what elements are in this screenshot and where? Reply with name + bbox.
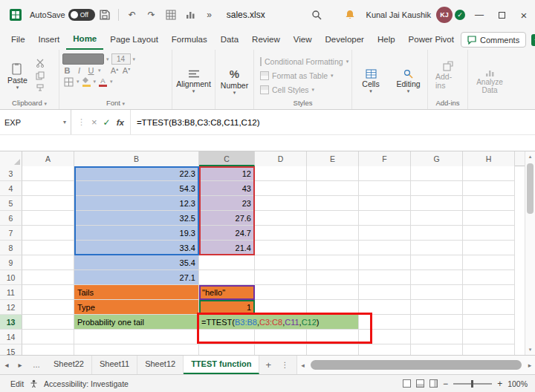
cell-b11[interactable]: Tails: [74, 285, 199, 300]
column-header-f[interactable]: F: [359, 151, 411, 166]
redo-icon[interactable]: ↷: [144, 7, 159, 22]
cell-e14[interactable]: [307, 330, 359, 344]
cell-f8[interactable]: [359, 241, 411, 255]
cell-h8[interactable]: [463, 241, 515, 255]
drag-handle-icon[interactable]: ⋮: [77, 117, 85, 127]
cell-h7[interactable]: [463, 226, 515, 241]
cell-e6[interactable]: [307, 211, 359, 226]
row-header-4[interactable]: 4: [0, 181, 22, 196]
hscroll-left-icon[interactable]: ◂: [297, 356, 308, 374]
chevron-down-icon[interactable]: ▾: [106, 56, 109, 62]
cell-a3[interactable]: [22, 166, 74, 181]
cell-g9[interactable]: [411, 255, 463, 270]
cell-h6[interactable]: [463, 211, 515, 226]
cell-f12[interactable]: [359, 300, 411, 315]
cell-c5[interactable]: 23: [199, 196, 255, 211]
styles-group-label[interactable]: Styles: [257, 98, 348, 109]
save-icon[interactable]: [97, 7, 112, 22]
grid-quick-icon[interactable]: [163, 7, 178, 22]
tab-help[interactable]: Help: [371, 30, 402, 49]
chevron-down-icon[interactable]: ▾: [133, 56, 136, 62]
cell-a7[interactable]: [22, 226, 74, 241]
zoom-in-icon[interactable]: +: [497, 379, 502, 389]
cell-a12[interactable]: [22, 300, 74, 315]
cells-button[interactable]: Cells ▾: [355, 69, 386, 93]
chevron-down-icon[interactable]: ▾: [77, 79, 80, 85]
cell-b13[interactable]: Probability one tail: [74, 315, 199, 330]
sheet-nav-right-icon[interactable]: ▸: [13, 356, 27, 374]
cell-g12[interactable]: [411, 300, 463, 315]
cell-a6[interactable]: [22, 211, 74, 226]
hscroll-right-icon[interactable]: ▸: [525, 356, 535, 374]
cell-g8[interactable]: [411, 241, 463, 255]
cell-d14[interactable]: [255, 330, 307, 344]
chevron-down-icon[interactable]: ▾: [63, 119, 66, 125]
tab-developer[interactable]: Developer: [319, 30, 371, 49]
cell-a13[interactable]: [22, 315, 74, 330]
row-header-7[interactable]: 7: [0, 226, 22, 241]
cell-mode-indicator[interactable]: Edit: [10, 379, 24, 388]
clipboard-group-label[interactable]: Clipboard ▾: [3, 98, 56, 109]
cell-h12[interactable]: [463, 300, 515, 315]
column-header-g[interactable]: G: [411, 151, 463, 166]
chart-quick-icon[interactable]: [183, 7, 198, 22]
cell-c8[interactable]: 21.4: [199, 241, 255, 255]
cell-g6[interactable]: [411, 211, 463, 226]
cell-g13[interactable]: [411, 315, 463, 330]
chevron-down-icon[interactable]: ▾: [94, 79, 97, 85]
cell-f13[interactable]: [359, 315, 411, 330]
font-name-combobox[interactable]: [62, 53, 104, 65]
cell-c10[interactable]: [199, 270, 255, 285]
format-painter-icon[interactable]: [34, 83, 46, 94]
tab-file[interactable]: File: [4, 30, 32, 49]
zoom-out-icon[interactable]: −: [443, 379, 448, 389]
cancel-entry-icon[interactable]: ×: [91, 117, 97, 128]
cell-d3[interactable]: [255, 166, 307, 181]
dialog-launcher-icon[interactable]: ▾: [123, 101, 126, 106]
cell-g15[interactable]: [411, 344, 463, 355]
row-header-6[interactable]: 6: [0, 211, 22, 226]
scroll-up-icon[interactable]: ▴: [525, 154, 535, 160]
enter-entry-icon[interactable]: ✓: [103, 117, 111, 128]
minimize-button[interactable]: —: [468, 0, 490, 30]
accessibility-status[interactable]: Accessibility: Investigate: [44, 379, 129, 388]
normal-view-icon[interactable]: [403, 379, 411, 388]
cell-e5[interactable]: [307, 196, 359, 211]
cell-f9[interactable]: [359, 255, 411, 270]
cell-b8[interactable]: 33.4: [74, 241, 199, 255]
cell-f4[interactable]: [359, 181, 411, 196]
cell-b9[interactable]: 35.4: [74, 255, 199, 270]
maximize-button[interactable]: [490, 0, 513, 30]
cell-g7[interactable]: [411, 226, 463, 241]
cell-b15[interactable]: [74, 344, 199, 355]
row-header-3[interactable]: 3: [0, 166, 22, 181]
cell-h14[interactable]: [463, 330, 515, 344]
fill-color-icon[interactable]: [82, 77, 91, 87]
cell-e4[interactable]: [307, 181, 359, 196]
cell-c9[interactable]: [199, 255, 255, 270]
italic-button[interactable]: I: [74, 66, 84, 75]
row-header-14[interactable]: 14: [0, 330, 22, 344]
row-header-10[interactable]: 10: [0, 270, 22, 285]
row-header-13[interactable]: 13: [0, 315, 22, 330]
cell-g14[interactable]: [411, 330, 463, 344]
cell-b5[interactable]: 12.3: [74, 196, 199, 211]
cell-a15[interactable]: [22, 344, 74, 355]
cell-f10[interactable]: [359, 270, 411, 285]
column-header-e[interactable]: E: [307, 151, 359, 166]
font-size-combobox[interactable]: 14: [111, 53, 131, 65]
addins-group-label[interactable]: Add-ins: [431, 98, 464, 109]
cell-b3[interactable]: 22.3: [74, 166, 199, 181]
cell-h4[interactable]: [463, 181, 515, 196]
autosave-toggle[interactable]: Off: [68, 9, 95, 21]
cell-a9[interactable]: [22, 255, 74, 270]
avatar[interactable]: KJ: [436, 7, 453, 23]
cell-d9[interactable]: [255, 255, 307, 270]
zoom-slider[interactable]: [453, 383, 492, 385]
zoom-level[interactable]: 100%: [508, 379, 528, 388]
cell-d11[interactable]: [255, 285, 307, 300]
sheet-tab-ttest-function[interactable]: TTEST function: [184, 356, 259, 374]
sheet-list-ellipsis[interactable]: …: [27, 356, 46, 374]
tab-home[interactable]: Home: [66, 30, 103, 50]
cell-c6[interactable]: 27.6: [199, 211, 255, 226]
